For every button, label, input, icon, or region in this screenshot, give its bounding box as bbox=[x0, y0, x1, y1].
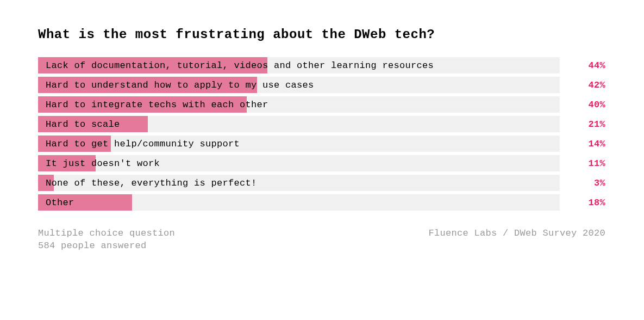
bars-container: Lack of documentation, tutorial, videos … bbox=[38, 57, 605, 211]
bar-label: Other bbox=[38, 198, 74, 208]
bar-row: Other 18% bbox=[38, 194, 605, 211]
bar-row: None of these, everything is perfect! 3% bbox=[38, 175, 605, 191]
footer-note-2: 584 people answered bbox=[38, 241, 175, 251]
footer-note-1: Multiple choice question bbox=[38, 228, 175, 238]
chart-title: What is the most frustrating about the D… bbox=[38, 27, 605, 42]
bar-value: 42% bbox=[562, 80, 605, 90]
bar-value: 3% bbox=[562, 178, 605, 188]
bar-row: Hard to get help/community support 14% bbox=[38, 136, 605, 152]
bar-row: Hard to understand how to apply to my us… bbox=[38, 77, 605, 93]
footer-left: Multiple choice question 584 people answ… bbox=[38, 228, 175, 251]
footer-source: Fluence Labs / DWeb Survey 2020 bbox=[428, 228, 605, 251]
bar-value: 40% bbox=[562, 100, 605, 110]
bar-value: 21% bbox=[562, 119, 605, 130]
bar-label: Hard to get help/community support bbox=[38, 139, 240, 149]
bar-label: It just doesn't work bbox=[38, 158, 160, 169]
bar-label: None of these, everything is perfect! bbox=[38, 178, 257, 188]
bar-value: 14% bbox=[562, 139, 605, 149]
chart-container: What is the most frustrating about the D… bbox=[38, 27, 605, 251]
bar-row: Lack of documentation, tutorial, videos … bbox=[38, 57, 605, 73]
bar-row: Hard to integrate techs with each other … bbox=[38, 96, 605, 113]
bar-value: 18% bbox=[562, 198, 605, 208]
bar-label: Lack of documentation, tutorial, videos … bbox=[38, 60, 434, 71]
bar-value: 11% bbox=[562, 158, 605, 169]
bar-row: Hard to scale 21% bbox=[38, 116, 605, 132]
bar-row: It just doesn't work 11% bbox=[38, 155, 605, 171]
bar-label: Hard to integrate techs with each other bbox=[38, 100, 268, 110]
bar-label: Hard to understand how to apply to my us… bbox=[38, 80, 314, 90]
bar-label: Hard to scale bbox=[38, 119, 120, 130]
chart-footer: Multiple choice question 584 people answ… bbox=[38, 228, 605, 251]
bar-value: 44% bbox=[562, 60, 605, 71]
